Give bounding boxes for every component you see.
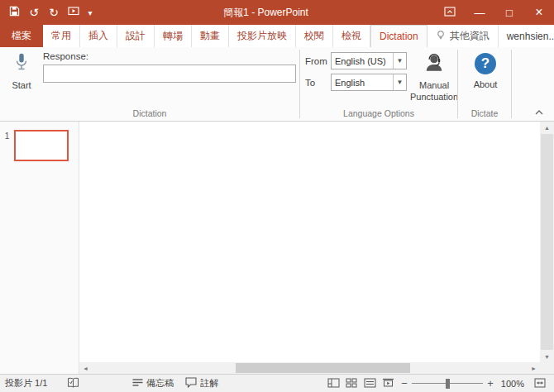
manual-punctuation-label: Manual Punctuation: [410, 80, 458, 103]
window-title: 簡報1 - PowerPoint: [97, 6, 435, 20]
to-language-dropdown[interactable]: English ▼: [331, 74, 407, 91]
vertical-scrollbar[interactable]: ▲ ▼: [540, 122, 554, 362]
slide-counter-label: 投影片 1/1: [5, 377, 47, 390]
normal-view-button[interactable]: [324, 375, 342, 392]
horizontal-scroll-thumb[interactable]: [236, 363, 410, 373]
ribbon-group-dictation: Start Response: Dictation: [0, 47, 299, 121]
fit-slide-to-window-button[interactable]: [531, 375, 549, 392]
slide-number: 1: [0, 130, 14, 161]
save-button[interactable]: [4, 2, 24, 23]
minimize-button[interactable]: —: [465, 0, 494, 25]
tell-me-button[interactable]: 其他資訊: [427, 25, 499, 47]
ribbon-group-language-options: From English (US) ▼ To English ▼: [300, 47, 457, 121]
vertical-scroll-thumb[interactable]: [541, 134, 553, 350]
notes-label: 備忘稿: [146, 377, 174, 390]
response-label: Response:: [43, 51, 296, 61]
from-language-row: From English (US) ▼: [305, 52, 407, 69]
scroll-right-icon: ►: [531, 366, 537, 371]
zoom-in-button[interactable]: +: [483, 375, 498, 392]
tab-design[interactable]: 設計: [117, 25, 155, 47]
microphone-icon: [14, 52, 29, 74]
comments-label: 註解: [200, 377, 218, 390]
start-dictation-button[interactable]: Start: [5, 50, 38, 107]
zoom-slider-thumb[interactable]: [446, 379, 450, 389]
customize-quick-access-button[interactable]: ▾: [84, 2, 97, 23]
close-button[interactable]: ×: [524, 0, 554, 25]
horizontal-scrollbar[interactable]: ◄ ►: [79, 362, 540, 374]
scroll-up-icon: ▲: [544, 125, 550, 131]
slide-show-view-button[interactable]: [379, 375, 397, 392]
slide-thumbnail-row: 1: [0, 122, 79, 161]
ribbon-display-options-icon: [444, 7, 456, 19]
notes-button[interactable]: 備忘稿: [132, 377, 174, 390]
zoom-slider[interactable]: [412, 378, 483, 390]
maximize-icon: □: [506, 7, 513, 19]
tab-file[interactable]: 檔案: [0, 25, 43, 47]
slide-thumbnail[interactable]: [14, 130, 69, 161]
response-input[interactable]: [43, 65, 296, 83]
status-bar-right: − + 100%: [324, 375, 549, 392]
comment-bubble-icon: [185, 377, 197, 390]
proofing-status-button[interactable]: [67, 377, 79, 390]
language-group-label: Language Options: [300, 107, 457, 121]
chevron-down-icon: ▼: [393, 53, 406, 69]
redo-button[interactable]: ↻: [44, 2, 64, 23]
tab-review[interactable]: 校閱: [296, 25, 333, 47]
language-group-content: From English (US) ▼ To English ▼: [300, 47, 457, 107]
window-controls: — □ ×: [435, 0, 554, 25]
ribbon-display-options-button[interactable]: [435, 0, 465, 25]
about-button[interactable]: ? About: [463, 50, 508, 107]
from-label: From: [305, 56, 331, 66]
dictate-group-label: Dictate: [458, 107, 511, 121]
collapse-ribbon-button[interactable]: [532, 106, 547, 117]
scroll-down-button[interactable]: ▼: [540, 351, 554, 362]
redo-icon: ↻: [49, 6, 59, 19]
slide-canvas[interactable]: [79, 122, 540, 362]
scroll-left-button[interactable]: ◄: [79, 362, 92, 374]
from-language-value: English (US): [332, 53, 393, 69]
to-language-row: To English ▼: [305, 74, 407, 91]
tab-view[interactable]: 檢視: [333, 25, 370, 47]
title-bar: ↺ ↻ ▾ 簡報1 - PowerPoint — □ ×: [0, 0, 554, 25]
signed-in-user[interactable]: wenhsien...: [499, 25, 554, 47]
scroll-left-icon: ◄: [83, 366, 88, 371]
ribbon: Start Response: Dictation From English (…: [0, 47, 554, 122]
minus-icon: −: [401, 377, 408, 390]
from-language-dropdown[interactable]: English (US) ▼: [331, 52, 407, 69]
start-label: Start: [12, 80, 31, 90]
scroll-up-button[interactable]: ▲: [540, 122, 554, 133]
scroll-right-button[interactable]: ►: [528, 362, 540, 374]
lightbulb-icon: [436, 30, 446, 43]
tab-transitions[interactable]: 轉場: [155, 25, 192, 47]
undo-button[interactable]: ↺: [24, 2, 44, 23]
dictate-group-content: ? About: [458, 47, 511, 107]
start-from-beginning-button[interactable]: [64, 2, 84, 23]
manual-punctuation-line2: Punctuation: [410, 92, 458, 102]
manual-punctuation-button[interactable]: Manual Punctuation: [410, 50, 458, 107]
horizontal-scroll-track[interactable]: [92, 362, 528, 374]
main-area: 1 ◄ ► ▲ ▼: [0, 122, 554, 374]
tab-insert[interactable]: 插入: [80, 25, 117, 47]
zoom-level[interactable]: 100%: [498, 379, 531, 389]
tab-slideshow[interactable]: 投影片放映: [229, 25, 296, 47]
to-label: To: [305, 78, 331, 88]
plus-icon: +: [487, 377, 494, 390]
vertical-scroll-track[interactable]: [540, 133, 554, 351]
tab-home[interactable]: 常用: [43, 25, 80, 47]
reading-view-button[interactable]: [361, 375, 379, 392]
comments-button[interactable]: 註解: [185, 377, 218, 390]
maximize-button[interactable]: □: [494, 0, 524, 25]
undo-icon: ↺: [29, 6, 39, 19]
ribbon-tab-row: 檔案 常用 插入 設計 轉場 動畫 投影片放映 校閱 檢視 Dictation …: [0, 25, 554, 47]
slide-sorter-icon: [346, 378, 357, 390]
slide-counter[interactable]: 投影片 1/1: [5, 377, 47, 390]
close-icon: ×: [535, 5, 542, 20]
start-slideshow-icon: [68, 6, 79, 19]
question-mark-icon: ?: [475, 53, 496, 74]
tab-animations[interactable]: 動畫: [192, 25, 229, 47]
tab-dictation[interactable]: Dictation: [370, 25, 427, 47]
zoom-out-button[interactable]: −: [397, 375, 412, 392]
slide-sorter-view-button[interactable]: [342, 375, 361, 392]
reading-view-icon: [364, 378, 376, 390]
language-dropdowns: From English (US) ▼ To English ▼: [305, 50, 407, 107]
